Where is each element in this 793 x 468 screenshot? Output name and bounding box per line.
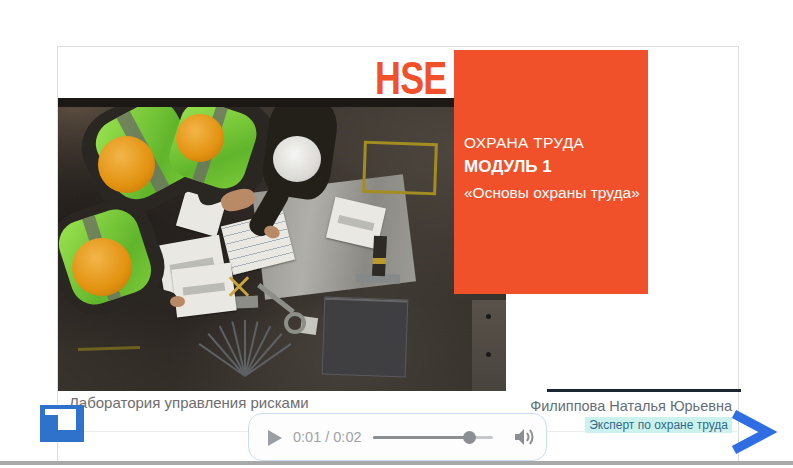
- metal-plate: [322, 297, 409, 378]
- seek-slider[interactable]: [373, 436, 493, 439]
- hand: [170, 296, 185, 307]
- next-slide-arrow chevron-right-icon[interactable]: [727, 409, 777, 455]
- author-name: Филиппова Наталья Юрьевна: [530, 398, 732, 414]
- author-block: Филиппова Наталья Юрьевна Эксперт по охр…: [530, 398, 732, 433]
- orange-helmet: [176, 114, 224, 162]
- bottom-border: [0, 461, 793, 465]
- rod-fan: [198, 316, 294, 376]
- yellow-floor-line: [78, 346, 140, 351]
- page: HSE: [0, 0, 793, 468]
- metal-column: [472, 300, 506, 391]
- seek-knob[interactable]: [463, 431, 476, 444]
- photo-top-edge: [58, 98, 506, 107]
- worksite-photo: [58, 98, 506, 391]
- snips-tool: [226, 274, 252, 300]
- hammer-tool: [372, 236, 387, 277]
- slide-caption: Лаборатория управления рисками: [69, 394, 309, 411]
- author-divider: [547, 389, 741, 392]
- panel-topic: ОХРАНА ТРУДА: [464, 134, 640, 152]
- panel-subtitle: «Основы охраны труда»: [464, 184, 640, 202]
- course-slide: HSE: [57, 46, 739, 462]
- play-button[interactable]: [267, 429, 283, 447]
- orange-helmet: [72, 238, 132, 296]
- yellow-floor-marking: [362, 141, 438, 196]
- orange-helmet: [98, 136, 155, 193]
- title-panel: ОХРАНА ТРУДА МОДУЛЬ 1 «Основы охраны тру…: [454, 50, 648, 294]
- seek-fill: [373, 436, 469, 439]
- author-role: Эксперт по охране труда: [585, 417, 732, 433]
- audio-player: 0:01 / 0:02: [248, 413, 547, 461]
- volume-button speaker-icon[interactable]: [513, 426, 537, 448]
- hse-logo: HSE: [375, 55, 446, 101]
- white-helmet: [273, 136, 321, 182]
- presentation-screen-icon[interactable]: [40, 405, 84, 442]
- panel-module: МОДУЛЬ 1: [464, 157, 640, 177]
- time-display: 0:01 / 0:02: [293, 414, 362, 460]
